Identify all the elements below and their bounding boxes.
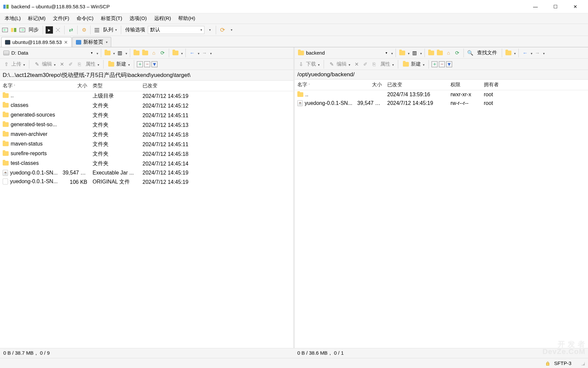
local-path[interactable]: D:\...\act12team30repo\悦动壁纸-7月5日产品代码\bac… (0, 70, 293, 81)
rename-icon[interactable]: ✐ (362, 61, 369, 68)
remote-filelist[interactable]: 名字 大小 已改变 权限 拥有者 ..2024/7/4 13:59:16rwxr… (295, 80, 588, 348)
local-filelist[interactable]: 名字 大小 类型 已改变 ..上级目录2024/7/12 14:45:19cla… (0, 81, 293, 348)
table-row[interactable]: maven-status文件夹2024/7/12 14:45:11 (0, 140, 293, 149)
parent-folder-icon[interactable] (133, 49, 140, 57)
terminal-icon[interactable]: ▸ (46, 26, 53, 34)
bookmark-dropdown[interactable] (180, 50, 183, 56)
menu-mark[interactable]: 标记(M) (25, 14, 49, 23)
close-button[interactable]: ✕ (565, 0, 585, 13)
col-changed[interactable]: 已改变 (140, 81, 293, 91)
filter-dropdown[interactable] (125, 50, 127, 56)
table-row[interactable]: surefire-reports文件夹2024/7/12 14:45:18 (0, 149, 293, 159)
table-row[interactable]: ..2024/7/4 13:59:16rwxr-xr-xroot (295, 90, 588, 99)
minimize-button[interactable]: — (525, 0, 545, 13)
filter-icon[interactable]: ▥ (411, 49, 418, 57)
lock-icon[interactable] (545, 361, 550, 366)
search-label[interactable]: 查找文件 (475, 50, 499, 56)
table-row[interactable]: generated-test-so...文件夹2024/7/12 14:45:1… (0, 120, 293, 130)
table-row[interactable]: yuedong-0.0.1-SN...106 KBORIGINAL 文件2024… (0, 177, 293, 187)
parent-folder-icon[interactable] (428, 49, 435, 57)
menu-options[interactable]: 选项(O) (126, 14, 150, 23)
remote-history-dropdown[interactable] (391, 50, 393, 56)
menu-command[interactable]: 命令(C) (73, 14, 97, 23)
col-size[interactable]: 大小 (355, 80, 385, 90)
command-icon[interactable] (54, 26, 62, 34)
deselect-all-icon[interactable]: － (144, 61, 150, 67)
props-button[interactable]: 属性 (379, 61, 395, 67)
filter-dropdown[interactable] (420, 50, 422, 56)
refresh-icon[interactable]: ⟳ (159, 49, 166, 57)
table-row[interactable]: ..上级目录2024/7/12 14:45:19 (0, 91, 293, 101)
open-folder-icon[interactable] (104, 49, 111, 57)
remote-path[interactable]: /opt/yuedong/backend/ (295, 70, 588, 80)
sync-button[interactable]: 同步 (27, 27, 40, 33)
table-row[interactable]: maven-archiver文件夹2024/7/12 14:45:18 (0, 130, 293, 140)
maximize-button[interactable]: ☐ (545, 0, 565, 13)
filter-icon[interactable]: ▥ (116, 49, 124, 57)
new-tab[interactable]: 新标签页 (72, 37, 111, 47)
table-row[interactable]: test-classes文件夹2024/7/12 14:45:14 (0, 159, 293, 169)
new-button[interactable]: 新建 (106, 61, 131, 68)
refresh-dropdown[interactable] (227, 26, 235, 34)
edit-button[interactable]: ✎编辑 (327, 61, 352, 68)
search-icon[interactable]: 🔍 (466, 49, 474, 57)
col-name[interactable]: 名字 (0, 81, 60, 91)
settings-icon[interactable]: ⚙ (80, 26, 88, 34)
transfer-more-dropdown[interactable] (206, 26, 213, 34)
col-owner[interactable]: 拥有者 (481, 80, 588, 90)
forward-dropdown[interactable] (542, 50, 545, 56)
menu-help[interactable]: 帮助(H) (175, 14, 198, 23)
queue-dropdown[interactable]: 队列 (102, 27, 118, 33)
forward-icon[interactable]: → (534, 49, 541, 57)
select-all-icon[interactable]: ＋ (137, 61, 143, 67)
copy-icon[interactable]: ⎘ (76, 61, 83, 68)
col-rights[interactable]: 权限 (448, 80, 481, 90)
table-row[interactable]: ☕yuedong-0.0.1-SN...39,547 KBExecutable … (0, 169, 293, 177)
menu-local[interactable]: 本地(L) (1, 14, 24, 23)
drive-history-dropdown[interactable] (96, 50, 98, 56)
back-dropdown[interactable] (197, 50, 199, 56)
home-icon[interactable]: ⌂ (445, 49, 452, 57)
edit-button[interactable]: ✎编辑 (32, 61, 57, 68)
menu-tab[interactable]: 标签页(T) (98, 14, 126, 23)
folder-dropdown[interactable] (113, 50, 115, 56)
root-folder-icon[interactable] (436, 49, 443, 57)
table-row[interactable]: ☕yuedong-0.0.1-SN...39,547 KB2024/7/12 1… (295, 99, 588, 108)
folder-dropdown[interactable] (407, 50, 410, 56)
queue-icon[interactable] (93, 26, 101, 34)
root-folder-icon[interactable] (142, 49, 149, 57)
menu-file[interactable]: 文件(F) (50, 14, 73, 23)
menu-remote[interactable]: 远程(R) (151, 14, 174, 23)
transfer-default-dropdown[interactable]: 默认 ▾ (148, 26, 204, 34)
refresh-all-icon[interactable]: ⟳ (219, 26, 226, 34)
refresh-icon[interactable]: ⟳ (453, 49, 461, 57)
sync-right-icon[interactable] (19, 26, 26, 34)
home-icon[interactable]: ⌂ (150, 49, 157, 57)
props-button[interactable]: 属性 (84, 61, 101, 67)
rename-icon[interactable]: ✐ (67, 61, 74, 68)
forward-icon[interactable]: → (201, 49, 208, 57)
sync-compare-icon[interactable] (10, 26, 17, 34)
delete-icon[interactable]: ✕ (58, 61, 66, 68)
local-drive-selector[interactable]: D: Data ▾ (1, 49, 95, 56)
download-button[interactable]: ⇩下载 (296, 61, 321, 68)
back-dropdown[interactable] (530, 50, 532, 56)
select-all-icon[interactable]: ＋ (432, 61, 438, 67)
forward-dropdown[interactable] (209, 50, 212, 56)
session-tab[interactable]: ubuntu@118.89.58.53 ✕ (1, 37, 72, 47)
sync-left-icon[interactable] (1, 26, 9, 34)
remote-drive-selector[interactable]: backend ▾ (296, 49, 389, 56)
bookmark-dropdown[interactable] (513, 50, 516, 56)
back-icon[interactable]: ← (188, 49, 196, 57)
col-name[interactable]: 名字 (295, 80, 355, 90)
col-size[interactable]: 大小 (60, 81, 90, 91)
table-row[interactable]: classes文件夹2024/7/12 14:45:12 (0, 101, 293, 111)
upload-button[interactable]: ⇧上传 (1, 61, 26, 68)
bookmark-icon[interactable] (172, 49, 179, 57)
deselect-all-icon[interactable]: － (439, 61, 445, 67)
open-folder-icon[interactable] (399, 49, 406, 57)
filter-list-icon[interactable]: ▼ (151, 61, 157, 67)
back-icon[interactable]: ← (521, 49, 529, 57)
bookmark-icon[interactable] (505, 49, 512, 57)
filter-list-icon[interactable]: ▼ (446, 61, 452, 67)
